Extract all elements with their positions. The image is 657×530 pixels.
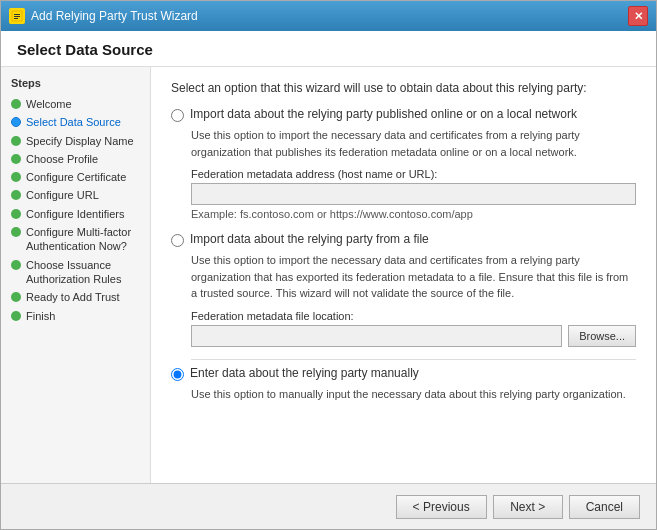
sidebar-label-issuance: Choose Issuance Authorization Rules <box>26 258 140 287</box>
sidebar-item-welcome[interactable]: Welcome <box>1 95 150 113</box>
option2-text: Import data about the relying party from… <box>190 232 429 246</box>
sidebar-label-ready: Ready to Add Trust <box>26 290 120 304</box>
sidebar-label-welcome: Welcome <box>26 97 72 111</box>
sidebar-label-profile: Choose Profile <box>26 152 98 166</box>
step-dot-select <box>11 117 21 127</box>
sidebar-label-mfa: Configure Multi-factor Authentication No… <box>26 225 140 254</box>
footer: < Previous Next > Cancel <box>1 483 656 529</box>
step-dot-id <box>11 209 21 219</box>
step-dot-profile <box>11 154 21 164</box>
step-dot-cert <box>11 172 21 182</box>
main-panel: Select an option that this wizard will u… <box>151 67 656 483</box>
title-bar: Add Relying Party Trust Wizard ✕ <box>1 1 656 31</box>
sidebar-title: Steps <box>1 77 150 95</box>
svg-rect-1 <box>14 14 20 15</box>
sidebar-label-display: Specify Display Name <box>26 134 134 148</box>
sidebar-item-display-name[interactable]: Specify Display Name <box>1 132 150 150</box>
sidebar-label-url: Configure URL <box>26 188 99 202</box>
svg-rect-3 <box>14 18 18 19</box>
option3-group: Enter data about the relying party manua… <box>171 366 636 403</box>
option-divider <box>191 359 636 360</box>
step-dot-finish <box>11 311 21 321</box>
sidebar: Steps Welcome Select Data Source Specify… <box>1 67 151 483</box>
step-dot-issuance <box>11 260 21 270</box>
option2-description: Use this option to import the necessary … <box>191 252 636 302</box>
sidebar-item-issuance[interactable]: Choose Issuance Authorization Rules <box>1 256 150 289</box>
option2-group: Import data about the relying party from… <box>171 232 636 347</box>
option1-description: Use this option to import the necessary … <box>191 127 636 160</box>
sidebar-item-ready[interactable]: Ready to Add Trust <box>1 288 150 306</box>
sidebar-label-finish: Finish <box>26 309 55 323</box>
svg-rect-2 <box>14 16 20 17</box>
step-dot-display <box>11 136 21 146</box>
wizard-window: Add Relying Party Trust Wizard ✕ Select … <box>0 0 657 530</box>
option1-example: Example: fs.contoso.com or https://www.c… <box>191 208 636 220</box>
page-title: Select Data Source <box>17 41 640 58</box>
step-dot-ready <box>11 292 21 302</box>
next-button[interactable]: Next > <box>493 495 563 519</box>
option2-radio-label[interactable]: Import data about the relying party from… <box>171 232 636 247</box>
window-title: Add Relying Party Trust Wizard <box>31 9 198 23</box>
option3-description: Use this option to manually input the ne… <box>191 386 636 403</box>
option1-radio-label[interactable]: Import data about the relying party publ… <box>171 107 636 122</box>
instruction-text: Select an option that this wizard will u… <box>171 81 636 95</box>
step-dot-mfa <box>11 227 21 237</box>
federation-metadata-url-input[interactable] <box>191 183 636 205</box>
browse-button[interactable]: Browse... <box>568 325 636 347</box>
sidebar-item-certificate[interactable]: Configure Certificate <box>1 168 150 186</box>
option3-radio-label[interactable]: Enter data about the relying party manua… <box>171 366 636 381</box>
option2-radio[interactable] <box>171 234 184 247</box>
sidebar-item-url[interactable]: Configure URL <box>1 186 150 204</box>
sidebar-item-identifiers[interactable]: Configure Identifiers <box>1 205 150 223</box>
sidebar-item-finish[interactable]: Finish <box>1 307 150 325</box>
option1-text: Import data about the relying party publ… <box>190 107 577 121</box>
wizard-icon <box>9 8 25 24</box>
step-dot-url <box>11 190 21 200</box>
content-area: Steps Welcome Select Data Source Specify… <box>1 67 656 483</box>
sidebar-label-id: Configure Identifiers <box>26 207 124 221</box>
close-button[interactable]: ✕ <box>628 6 648 26</box>
sidebar-item-select-data-source[interactable]: Select Data Source <box>1 113 150 131</box>
cancel-button[interactable]: Cancel <box>569 495 640 519</box>
option1-group: Import data about the relying party publ… <box>171 107 636 220</box>
file-input-row: Browse... <box>191 325 636 347</box>
title-bar-left: Add Relying Party Trust Wizard <box>9 8 198 24</box>
option2-field-label: Federation metadata file location: <box>191 310 636 322</box>
option1-radio[interactable] <box>171 109 184 122</box>
option1-field-label: Federation metadata address (host name o… <box>191 168 636 180</box>
step-dot-welcome <box>11 99 21 109</box>
option3-radio[interactable] <box>171 368 184 381</box>
sidebar-label-select: Select Data Source <box>26 115 121 129</box>
sidebar-item-mfa[interactable]: Configure Multi-factor Authentication No… <box>1 223 150 256</box>
page-header: Select Data Source <box>1 31 656 67</box>
sidebar-label-cert: Configure Certificate <box>26 170 126 184</box>
sidebar-item-profile[interactable]: Choose Profile <box>1 150 150 168</box>
previous-button[interactable]: < Previous <box>396 495 487 519</box>
federation-metadata-file-input[interactable] <box>191 325 562 347</box>
option3-text: Enter data about the relying party manua… <box>190 366 419 380</box>
